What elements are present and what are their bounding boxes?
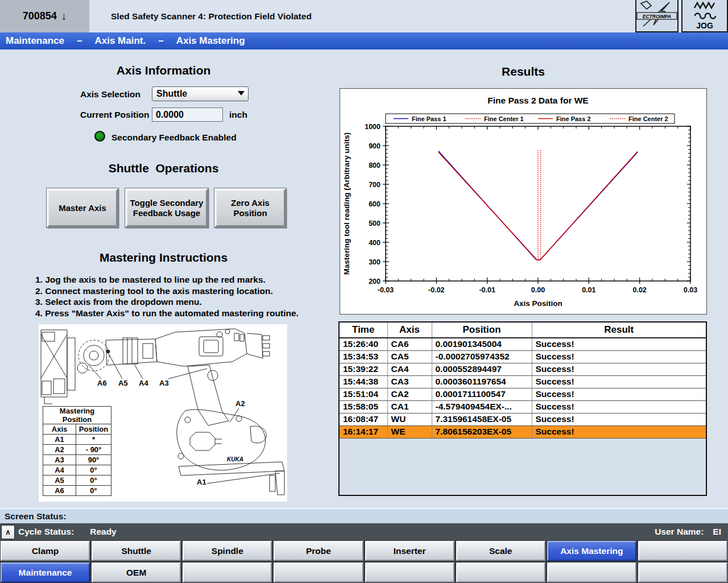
cycle-status-label: Cycle Status: (18, 527, 74, 537)
nav-button-blank[interactable] (365, 563, 454, 582)
nav-button-blank[interactable] (456, 563, 545, 582)
mastering-table-row: A40° (43, 465, 111, 476)
svg-text:-0.01: -0.01 (479, 286, 495, 294)
axis-information-title: Axis Information (46, 64, 282, 77)
mastering-instructions-list: 1. Jog the axis to be mastered to line u… (35, 274, 303, 319)
breadcrumb: Maintenance–Axis Maint.–Axis Mastering (0, 32, 728, 49)
result-row[interactable]: 15:51:04CA20.0001711100547Success! (340, 388, 706, 400)
axis-label-a6: A6 (97, 379, 107, 387)
bottom-navigation: ClampShuttleSpindleProbeInserterScaleAxi… (0, 540, 728, 583)
instruction-step: 4. Press "Master Axis" to run the automa… (35, 308, 303, 319)
nav-button-maintenance[interactable]: Maintenance (1, 563, 90, 582)
alarm-number: 700854 (23, 10, 57, 22)
current-position-label: Current Position (80, 110, 149, 120)
svg-text:0.00: 0.00 (531, 286, 545, 294)
robot-brand-label: KUKA (227, 456, 243, 462)
mastering-table-row: A50° (43, 476, 111, 486)
screen-status-bar: Screen Status: (0, 508, 728, 523)
nav-button-blank[interactable] (638, 563, 727, 582)
nav-button-scale[interactable]: Scale (456, 541, 545, 561)
legend-item-fine-center-2: Fine Center 2 (628, 115, 668, 122)
breadcrumb-item-axis-mastering[interactable]: Axis Mastering (176, 35, 245, 47)
result-row[interactable]: 16:08:47WU7.315961458EX-05Success! (340, 413, 706, 425)
svg-text:0.01: 0.01 (582, 286, 595, 294)
nav-button-blank[interactable] (638, 541, 727, 561)
user-name-label: User Name: (655, 527, 704, 537)
breadcrumb-separator: – (158, 35, 163, 47)
results-column-position: Position (432, 322, 532, 338)
y-axis-label: Mastering tool reading (Arbitrary units) (342, 133, 351, 275)
master-axis-button[interactable]: Master Axis (47, 188, 118, 228)
nav-button-probe[interactable]: Probe (274, 541, 363, 561)
axis-selection-label: Axis Selection (80, 89, 140, 100)
svg-text:300: 300 (369, 258, 380, 266)
svg-text:800: 800 (369, 162, 380, 169)
collapse-panel-button[interactable]: ∧ (1, 525, 15, 539)
shuttle-operations-title: Shuttle Operations (46, 162, 282, 175)
axis-label-a4: A4 (139, 379, 148, 387)
results-table: TimeAxisPositionResult 15:26:40CA60.0019… (340, 322, 706, 439)
results-title: Results (340, 65, 707, 78)
nav-button-spindle[interactable]: Spindle (183, 541, 272, 561)
legend-item-fine-pass-2: Fine Pass 2 (556, 115, 591, 122)
alarm-dropdown-arrow-icon: ↓ (61, 10, 67, 23)
svg-text:0.02: 0.02 (632, 286, 646, 294)
results-table-header: TimeAxisPositionResult (340, 322, 706, 338)
jog-mode-button[interactable]: JOG (681, 0, 728, 32)
chart-title: Fine Pass 2 Data for WE (487, 96, 588, 105)
svg-text:0.03: 0.03 (684, 286, 697, 294)
nav-button-axis-mastering[interactable]: Axis Mastering (547, 541, 636, 561)
jog-label: JOG (682, 21, 727, 30)
nav-button-blank[interactable] (547, 563, 636, 582)
mastering-table-title: Mastering Position (43, 407, 111, 424)
mastering-instructions-title: Mastering Instructions (46, 251, 282, 264)
mastering-table-columns: AxisPosition (43, 424, 111, 435)
results-table-panel: TimeAxisPositionResult 15:26:40CA60.0019… (338, 321, 707, 496)
axis-selection-dropdown[interactable]: Shuttle (152, 86, 249, 101)
axis-selection-value: Shuttle (156, 89, 187, 99)
mastering-table-row: A390° (43, 455, 111, 465)
svg-text:500: 500 (369, 220, 380, 228)
instruction-step: 3. Select axis from the dropdown menu. (35, 296, 303, 308)
x-axis-label: Axis Position (514, 299, 562, 308)
nav-button-clamp[interactable]: Clamp (1, 541, 90, 561)
axis-label-a2: A2 (235, 399, 245, 408)
legend-item-fine-pass-1: Fine Pass 1 (412, 115, 446, 122)
result-row[interactable]: 15:58:05CA1-4.579409454EX-...Success! (340, 400, 706, 413)
breadcrumb-item-maintenance[interactable]: Maintenance (6, 35, 64, 47)
mastering-table-row: A60° (43, 486, 111, 496)
result-row[interactable]: 15:39:22CA40.000552894497Success! (340, 363, 706, 375)
svg-text:200: 200 (369, 278, 380, 286)
nav-button-inserter[interactable]: Inserter (365, 541, 454, 561)
top-alarm-bar: 700854 ↓ Sled Safety Scanner 4: Protecti… (0, 0, 728, 32)
breadcrumb-item-axis-maint-[interactable]: Axis Maint. (94, 35, 146, 47)
result-row[interactable]: 15:34:53CA5-0.0002705974352Success! (340, 350, 706, 363)
chevron-down-icon (238, 91, 245, 96)
nav-button-blank[interactable] (274, 563, 363, 582)
nav-button-blank[interactable] (183, 563, 272, 582)
alarm-message: Sled Safety Scanner 4: Protection Field … (111, 0, 312, 32)
current-position-input[interactable] (152, 107, 223, 122)
logo-text: ECTROIMPA (643, 14, 671, 19)
alarm-number-button[interactable]: 700854 ↓ (0, 0, 89, 32)
mastering-table-row: A1* (43, 435, 111, 445)
toggle-secondary-feedback-button[interactable]: Toggle Secondary Feedback Usage (125, 188, 208, 228)
instruction-step: 2. Connect mastering tool to the axis ma… (35, 286, 303, 297)
result-row[interactable]: 15:26:40CA60.001901345004Success! (340, 338, 706, 350)
breadcrumb-separator: – (77, 35, 82, 47)
zero-axis-position-button[interactable]: Zero Axis Position (214, 188, 286, 228)
robot-diagram-panel: KUKA A6 A5 A4 A3 A2 A1 Mastering Positio… (39, 324, 287, 502)
results-column-result: Result (532, 322, 706, 338)
axis-label-a5: A5 (118, 379, 128, 387)
results-chart: Fine Pass 2 Data for WEFine Pass 1Fine C… (340, 89, 706, 314)
nav-button-shuttle[interactable]: Shuttle (92, 541, 181, 561)
electroimpact-logo-icon: ECTROIMPA (635, 0, 679, 32)
result-row[interactable]: 16:14:17WE7.806156203EX-05Success! (340, 425, 706, 438)
result-row[interactable]: 15:44:38CA30.0003601197654Success! (340, 375, 706, 388)
secondary-feedback-led-indicator (94, 131, 105, 142)
legend-item-fine-center-1: Fine Center 1 (484, 115, 524, 122)
user-name-value: EI (713, 527, 721, 537)
svg-text:400: 400 (369, 239, 380, 247)
svg-text:600: 600 (369, 200, 380, 208)
nav-button-oem[interactable]: OEM (92, 563, 181, 582)
